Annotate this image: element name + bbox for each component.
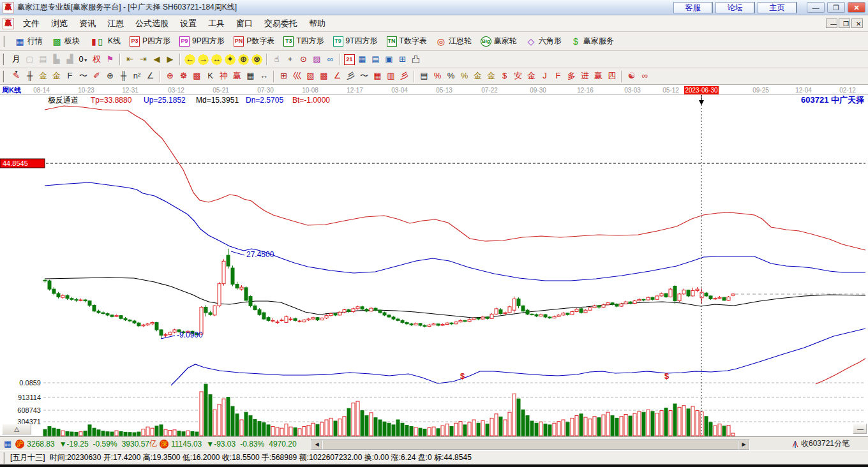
sectors-button[interactable]: ▩板块	[47, 34, 84, 48]
wave-grid-icon[interactable]: 〜	[77, 70, 89, 82]
menu-资讯[interactable]: 资讯	[73, 16, 101, 31]
menu-设置[interactable]: 设置	[174, 16, 202, 31]
zoom-out-all-icon[interactable]: ⊕	[237, 54, 250, 66]
stats-list-icon[interactable]: ▤	[418, 70, 430, 82]
grid-box2-icon[interactable]: ▥	[385, 70, 397, 82]
shift-left-icon[interactable]: ←	[184, 54, 196, 66]
measure-width-icon[interactable]: ↔	[258, 70, 270, 82]
period-month-dropdown[interactable]: 月▼	[10, 54, 22, 66]
buysell-marker-icon[interactable]: $	[498, 70, 511, 82]
pen2-tool-icon[interactable]: ✐	[91, 70, 103, 82]
f-grid-icon[interactable]: F	[64, 70, 76, 82]
multi-line-icon[interactable]: 彡	[398, 70, 410, 82]
shift-right-icon[interactable]: →	[197, 54, 209, 66]
win-angle-icon[interactable]: 赢	[592, 70, 604, 82]
mdi-restore-button[interactable]: ❐	[839, 19, 850, 28]
toolbar-grip[interactable]	[3, 71, 7, 82]
prev-page-icon[interactable]: ◀	[151, 54, 163, 66]
p-square-button[interactable]: P3P四方形	[125, 34, 175, 48]
win-tool-icon[interactable]: 赢	[231, 70, 243, 82]
angle-line-icon[interactable]: ∠	[331, 70, 343, 82]
gann-grid1-icon[interactable]: ▧	[304, 70, 317, 82]
t-table-button[interactable]: TNT数字表	[382, 34, 431, 48]
ruler123-icon[interactable]: ▦	[244, 70, 257, 82]
scroll-left-button[interactable]: ◀	[311, 440, 322, 450]
toolbar-grip[interactable]	[3, 36, 8, 47]
crosshair[interactable]	[699, 95, 704, 436]
next-page-icon[interactable]: ▶	[164, 54, 176, 66]
crosshair-tool-icon[interactable]: +	[284, 54, 296, 66]
minimize-button[interactable]: —	[807, 2, 825, 13]
homepage-button[interactable]: 主页	[758, 2, 797, 13]
notes-icon[interactable]: ▤	[370, 54, 382, 66]
percent-icon[interactable]: %	[445, 70, 457, 82]
menu-浏览[interactable]: 浏览	[45, 16, 73, 31]
gann-wheel-button[interactable]: ◎江恩轮	[431, 34, 476, 48]
gann-box-icon[interactable]: ⊞	[278, 70, 290, 82]
brush-tool-icon[interactable]: ✎	[10, 70, 22, 82]
menu-公式选股[interactable]: 公式选股	[130, 16, 174, 31]
j-angle-icon[interactable]: J	[539, 70, 551, 82]
menu-文件[interactable]: 文件	[17, 16, 45, 31]
close-button[interactable]: ✕	[848, 2, 865, 13]
volume-pane-expand-button[interactable]: △	[2, 424, 31, 434]
f-angle-icon[interactable]: F	[552, 70, 564, 82]
circle-ruler-icon[interactable]: ⊕	[104, 70, 116, 82]
save-icon[interactable]: ▣	[383, 54, 395, 66]
star-nav-icon[interactable]: ✦	[224, 54, 236, 66]
first-page-icon[interactable]: ⇤	[124, 54, 136, 66]
wave-tool-icon[interactable]: 〜	[358, 70, 370, 82]
chart-horizontal-scrollbar[interactable]: ◀ ▶	[311, 439, 750, 450]
winner-wheel-button[interactable]: Big赢家轮	[476, 34, 521, 48]
date-axis[interactable]: 08-1410-2312-3103-1205-2107-3010-0812-17…	[0, 86, 868, 94]
gold-red-icon[interactable]: 金	[525, 70, 537, 82]
forum-button[interactable]: 论坛	[715, 2, 755, 13]
jin-angle-icon[interactable]: 进	[579, 70, 591, 82]
restore-button[interactable]: ❐	[827, 2, 845, 13]
tick-data-link[interactable]: 收603721分笔	[801, 438, 849, 449]
zoom-tool-icon[interactable]: ⊙	[297, 54, 310, 66]
gann-compass-icon[interactable]: ⊕	[164, 70, 176, 82]
gold-grid1-icon[interactable]: 金	[37, 70, 49, 82]
angle-tool-icon[interactable]: ∠	[144, 70, 156, 82]
gann-wheel2-icon[interactable]: ☸	[177, 70, 190, 82]
quotes-button[interactable]: ▦行情	[10, 34, 47, 48]
grid-box1-icon[interactable]: ▦	[371, 70, 384, 82]
gann-grid2-icon[interactable]: ▩	[318, 70, 330, 82]
line-ruler-icon[interactable]: ╫	[117, 70, 130, 82]
exright-icon[interactable]: 权	[91, 54, 103, 66]
yinyang-icon[interactable]: ☯	[625, 70, 638, 82]
si-angle-icon[interactable]: 四	[606, 70, 618, 82]
export-icon[interactable]: ⊞	[396, 54, 408, 66]
clip-tool-icon[interactable]: ▨	[311, 54, 323, 66]
trend-lines-icon[interactable]: 彡	[345, 70, 357, 82]
hand-tool-icon[interactable]: ☝	[271, 54, 283, 66]
an-tool-icon[interactable]: 安	[512, 70, 524, 82]
last-page-icon[interactable]: ⇥	[137, 54, 149, 66]
percent-line-icon[interactable]: %	[458, 70, 470, 82]
menu-交易委托[interactable]: 交易委托	[258, 16, 303, 31]
scrollbar-thumb[interactable]	[322, 440, 738, 450]
calculator-icon[interactable]: ▦	[356, 54, 368, 66]
scroll-right-button[interactable]: ▶	[738, 440, 749, 450]
n2-ruler-icon[interactable]: n²	[131, 70, 143, 82]
p-table-button[interactable]: PNP数字表	[229, 34, 280, 48]
t-square-button[interactable]: T3T四方形	[279, 34, 328, 48]
color-chart-icon[interactable]: ⚑	[104, 54, 116, 66]
k-marker-icon[interactable]: K	[204, 70, 216, 82]
mdi-minimize-button[interactable]: —	[826, 19, 837, 28]
customer-service-button[interactable]: 客服	[673, 2, 713, 13]
binoculars-icon[interactable]: ∞	[324, 54, 336, 66]
grid-ruler-icon[interactable]: ╫	[24, 70, 36, 82]
kline-button[interactable]: ▮▯K线	[84, 34, 125, 48]
print-icon[interactable]: 凸	[410, 54, 422, 66]
menu-工具[interactable]: 工具	[202, 16, 230, 31]
fan-lines-icon[interactable]: 巛	[291, 70, 303, 82]
web-tool-icon[interactable]: ▩	[191, 70, 203, 82]
shen-tool-icon[interactable]: 神	[218, 70, 230, 82]
volume-pane-collapse-button[interactable]: —	[853, 424, 867, 434]
candle-style-dropdown[interactable]: 0▼	[77, 54, 89, 66]
duo-angle-icon[interactable]: 多	[565, 70, 578, 82]
toolbar-grip[interactable]	[3, 54, 7, 65]
menu-窗口[interactable]: 窗口	[230, 16, 258, 31]
